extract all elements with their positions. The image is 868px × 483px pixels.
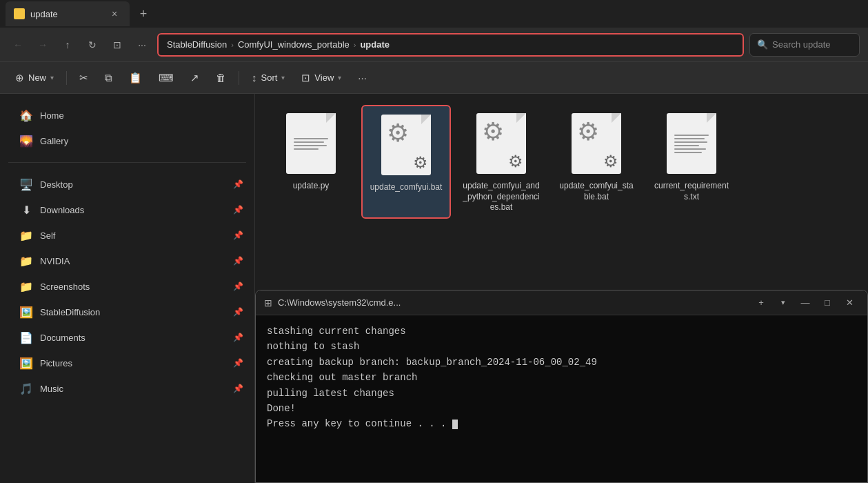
file-item-current-requirements[interactable]: current_requirements.txt [647,105,736,219]
file-name-update-comfyui-bat: update_comfyui.bat [370,182,443,193]
forward-button[interactable]: → [33,35,52,55]
file-line [294,138,328,139]
cmd-minimize-button[interactable]: — [796,295,815,310]
cmd-maximize-icon: □ [825,297,830,308]
cmd-line-4: checking out master branch [267,370,856,385]
file-icon-update-comfyui-stable-bat: ⚙ ⚙ [563,110,629,177]
sidebar-item-nvidia[interactable]: 📁 NVIDIA 📌 [3,248,252,273]
file-line [294,141,324,143]
downloads-icon: ⬇ [19,204,33,217]
cmd-dropdown-button[interactable]: ▾ [776,295,790,310]
up-button[interactable]: ↑ [58,35,77,55]
sidebar-item-desktop[interactable]: 🖥️ Desktop 📌 [3,172,252,197]
up-icon: ↑ [65,39,70,50]
copy-icon: ⧉ [105,72,112,84]
home-icon: 🏠 [19,109,33,122]
rename-button[interactable]: ⌨ [152,66,181,90]
sidebar-item-gallery[interactable]: 🌄 Gallery [3,128,252,153]
breadcrumb-update[interactable]: update [360,39,390,50]
sidebar-item-documents[interactable]: 📄 Documents 📌 [3,325,252,350]
desktop-icon: 🖥️ [19,178,33,191]
sidebar-item-music[interactable]: 🎵 Music 📌 [3,376,252,401]
view-icon: ⊡ [301,72,310,84]
delete-button[interactable]: 🗑 [209,66,233,90]
location-button[interactable]: ⊡ [108,35,127,55]
file-name-current-requirements: current_requirements.txt [652,181,731,202]
sidebar-gallery-label: Gallery [40,136,243,146]
main-layout: 🏠 Home 🌄 Gallery 🖥️ Desktop 📌 ⬇ Download… [0,94,868,483]
file-icon-update-comfyui-bat: ⚙ ⚙ [373,112,439,178]
file-line [674,138,705,139]
search-icon: 🔍 [757,39,768,50]
sidebar-item-stablediffusion[interactable]: 🖼️ StableDiffusion 📌 [3,299,252,324]
cmd-close-button[interactable]: ✕ [840,295,859,310]
file-line [674,145,699,146]
more-nav-button[interactable]: ··· [132,35,152,55]
breadcrumb-stablediffusion[interactable]: StableDiffusion [167,39,227,50]
toolbar: ⊕ New ▾ ✂ ⧉ 📋 ⌨ ↗ 🗑 ↕ Sort ▾ ⊡ View ▾ ··… [0,62,868,94]
view-button[interactable]: ⊡ View ▾ [294,66,348,90]
cmd-add-icon: + [758,297,764,308]
file-item-update-comfyui-python-bat[interactable]: ⚙ ⚙ update_comfyui_and_python_dependenci… [456,105,546,219]
sidebar-music-label: Music [40,384,226,394]
cmd-line-6: Done! [267,401,856,416]
location-icon: ⊡ [113,39,121,50]
sidebar-item-self[interactable]: 📁 Self 📌 [3,223,252,248]
file-line [674,135,709,136]
gear-small-icon-2: ⚙ [508,152,523,171]
cmd-minimize-icon: — [801,297,810,308]
file-page-txt [667,113,716,174]
gear-large-icon-1: ⚙ [387,119,409,148]
sidebar-item-downloads[interactable]: ⬇ Downloads 📌 [3,197,252,222]
cmd-title: C:\Windows\system32\cmd.e... [278,297,746,308]
file-line [674,141,707,143]
cut-button[interactable]: ✂ [72,66,95,90]
content-area: update.py ⚙ ⚙ update_comfyui.bat ⚙ ⚙ [255,94,868,483]
cmd-maximize-button[interactable]: □ [818,295,837,310]
sort-button[interactable]: ↕ Sort ▾ [245,66,292,90]
pictures-pin-icon: 📌 [233,358,243,368]
sidebar-item-pictures[interactable]: 🖼️ Pictures 📌 [3,351,252,375]
self-icon: 📁 [19,229,33,242]
active-tab[interactable]: update × [6,1,130,26]
file-icon-update-py [278,110,344,177]
copy-button[interactable]: ⧉ [98,66,119,90]
share-button[interactable]: ↗ [183,66,206,90]
back-button[interactable]: ← [8,35,28,55]
tab-close-button[interactable]: × [108,7,121,21]
file-item-update-py[interactable]: update.py [266,105,356,219]
sort-icon: ↕ [252,72,257,83]
new-chevron: ▾ [50,74,54,81]
file-line [294,148,319,150]
nvidia-pin-icon: 📌 [233,256,243,266]
sidebar-item-screenshots[interactable]: 📁 Screenshots 📌 [3,274,252,299]
file-grid: update.py ⚙ ⚙ update_comfyui.bat ⚙ ⚙ [266,105,857,219]
cmd-dropdown-icon: ▾ [781,298,785,307]
file-line [674,148,706,150]
cmd-line-1: stashing current changes [267,324,856,339]
refresh-icon: ↻ [88,39,97,50]
paste-button[interactable]: 📋 [122,66,149,90]
toolbar-sep-1 [66,71,67,85]
self-pin-icon: 📌 [233,230,243,240]
cmd-cursor [452,420,458,429]
sidebar-item-home[interactable]: 🏠 Home [3,103,252,128]
new-tab-button[interactable]: + [132,3,154,25]
file-item-update-comfyui-stable-bat[interactable]: ⚙ ⚙ update_comfyui_stable.bat [552,105,641,219]
tab-title: update [30,9,58,19]
view-label: View [314,72,334,83]
cmd-add-button[interactable]: + [751,295,771,310]
breadcrumb[interactable]: StableDiffusion › ComfyUI_windows_portab… [157,33,744,57]
delete-icon: 🗑 [216,72,226,83]
new-button[interactable]: ⊕ New ▾ [8,66,61,90]
refresh-button[interactable]: ↻ [83,35,102,55]
file-item-update-comfyui-bat[interactable]: ⚙ ⚙ update_comfyui.bat [361,105,451,219]
file-page-bat2: ⚙ ⚙ [476,113,526,174]
file-page-bat3: ⚙ ⚙ [572,113,621,174]
search-box[interactable]: 🔍 Search update [749,33,860,57]
share-icon: ↗ [190,72,199,84]
gear-large-icon-2: ⚙ [482,117,504,146]
breadcrumb-comfyui[interactable]: ComfyUI_windows_portable [238,39,350,50]
sort-chevron: ▾ [281,74,285,81]
more-toolbar-button[interactable]: ··· [351,66,374,90]
